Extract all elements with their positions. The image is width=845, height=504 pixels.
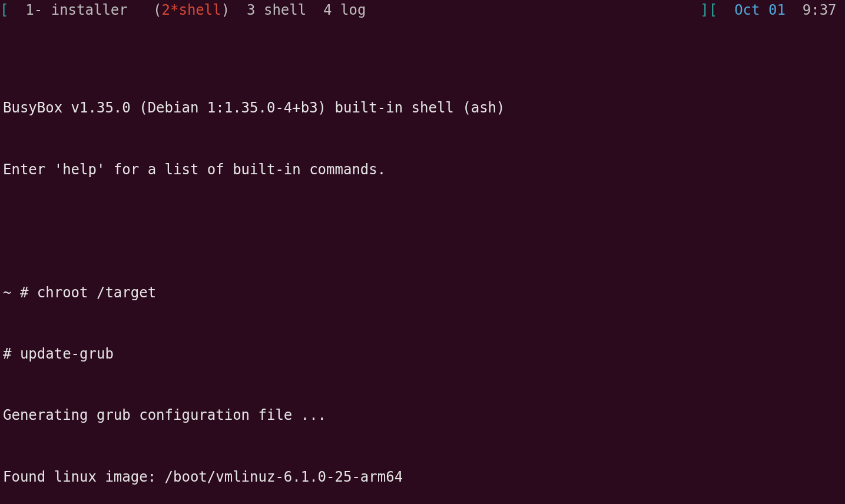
terminal-line: # update-grub [3, 344, 842, 364]
status-time: 9:37 [786, 0, 845, 21]
tab-shell-active-open: ( [136, 0, 161, 21]
tab-log[interactable]: 4 log [315, 0, 366, 21]
terminal-line: ~ # chroot /target [3, 283, 842, 303]
terminal-line: Enter 'help' for a list of built-in comm… [3, 160, 842, 180]
terminal-line: Found linux image: /boot/vmlinuz-6.1.0-2… [3, 467, 842, 488]
status-date: Oct 01 [726, 0, 786, 21]
tab-shell-active[interactable]: 2*shell [162, 0, 221, 21]
bracket-open: [ [0, 0, 17, 21]
bracket-right: ][ [700, 0, 725, 21]
tab-shell[interactable]: 3 shell [230, 0, 315, 21]
terminal-line: BusyBox v1.35.0 (Debian 1:1.35.0-4+b3) b… [3, 98, 842, 118]
terminal-line [3, 221, 842, 241]
tab-shell-active-close: ) [221, 0, 230, 21]
tab-installer[interactable]: 1- installer [17, 0, 136, 21]
status-bar-clock: ][ Oct 01 9:37 [700, 0, 845, 21]
terminal-line: Generating grub configuration file ... [3, 405, 842, 426]
status-bar: [ 1- installer ( 2*shell ) 3 shell 4 log… [0, 0, 845, 21]
status-bar-tabs: [ 1- installer ( 2*shell ) 3 shell 4 log [0, 0, 366, 21]
terminal-output[interactable]: BusyBox v1.35.0 (Debian 1:1.35.0-4+b3) b… [0, 57, 845, 504]
